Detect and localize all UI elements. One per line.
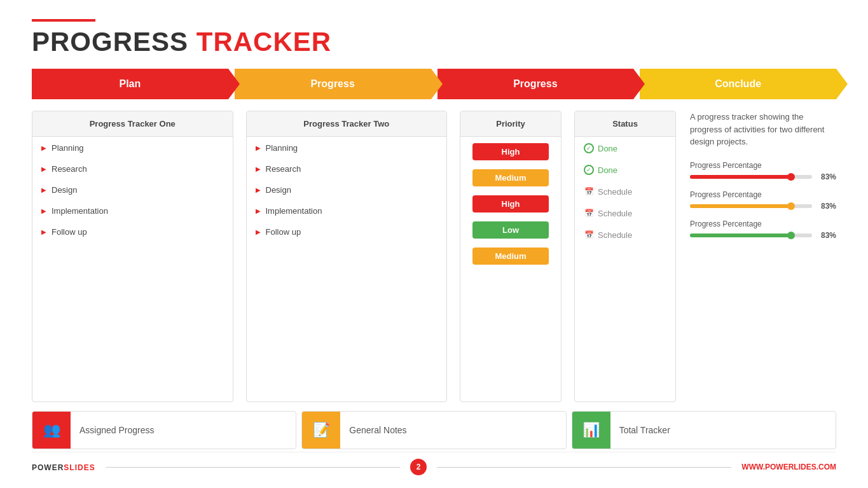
status-label-schedule1: Schedule xyxy=(598,187,632,197)
step-conclude-label: Conclude xyxy=(715,78,761,90)
status-item-schedule1: 📅 Schedule xyxy=(584,186,666,197)
status-header: Status xyxy=(575,111,675,137)
description-text: A progress tracker showing the progress … xyxy=(690,111,836,148)
bottom-row: 👥 Assigned Progress 📝 General Notes 📊 To… xyxy=(32,411,836,449)
item-label: Planning xyxy=(52,143,84,153)
total-tracker-label: Total Tracker xyxy=(619,425,670,435)
progress-pct-1: 83% xyxy=(816,172,836,181)
step-conclude[interactable]: Conclude xyxy=(640,69,836,99)
list-item: ▶ Design xyxy=(41,185,224,195)
general-notes-label: General Notes xyxy=(349,425,406,435)
step-plan-label: Plan xyxy=(119,78,141,90)
progress-row-1: 83% xyxy=(690,172,836,181)
status-label-schedule3: Schedule xyxy=(598,230,632,240)
list-item: ▶ Planning xyxy=(256,143,438,153)
priority-badge-high1: High xyxy=(472,143,549,160)
item-label: Research xyxy=(266,164,301,174)
status-item-done1: ✓ Done xyxy=(584,143,666,153)
list-item: ▶ Planning xyxy=(41,143,224,153)
item-label: Implementation xyxy=(52,206,108,216)
priority-card: Priority High Medium High Low Medium xyxy=(460,111,561,402)
item-label: Implementation xyxy=(266,206,322,216)
item-label: Follow up xyxy=(266,227,301,237)
steps-row: Plan Progress Progress Conclude xyxy=(32,69,836,99)
arrow-icon: ▶ xyxy=(256,228,261,235)
item-label: Research xyxy=(52,164,87,174)
assigned-progress-label: Assigned Progress xyxy=(79,425,155,435)
right-panel: A progress tracker showing the progress … xyxy=(684,111,836,402)
main-content: Progress Tracker One ▶ Planning ▶ Resear… xyxy=(32,111,836,402)
item-label: Design xyxy=(52,185,77,195)
general-notes-icon: 📝 xyxy=(302,411,340,449)
progress-fill-2 xyxy=(690,204,791,208)
step-progress2-label: Progress xyxy=(513,78,557,90)
arrow-icon: ▶ xyxy=(256,207,261,214)
tracker-two-header: Progress Tracker Two xyxy=(247,111,447,137)
calendar-icon3: 📅 xyxy=(584,230,594,240)
list-item: ▶ Research xyxy=(41,164,224,174)
tracker-two-body: ▶ Planning ▶ Research ▶ Design ▶ Impleme… xyxy=(247,137,447,401)
priority-badge-medium2: Medium xyxy=(472,247,549,265)
priority-body: High Medium High Low Medium xyxy=(460,137,561,401)
arrow-icon: ▶ xyxy=(256,165,261,172)
status-label-schedule2: Schedule xyxy=(598,209,632,218)
progress-bar-red: Progress Percentage 83% xyxy=(690,161,836,181)
progress-row-2: 83% xyxy=(690,202,836,211)
assigned-progress-card[interactable]: 👥 Assigned Progress xyxy=(32,411,296,449)
item-label: Planning xyxy=(266,143,298,153)
progress-pct-2: 83% xyxy=(816,202,836,211)
arrow-icon: ▶ xyxy=(41,228,46,235)
progress-row-3: 83% xyxy=(690,231,836,240)
arrow-icon: ▶ xyxy=(41,186,46,193)
status-body: ✓ Done ✓ Done 📅 Schedule 📅 Schedule 📅 xyxy=(575,137,675,401)
step-progress2[interactable]: Progress xyxy=(437,69,634,99)
step-progress1[interactable]: Progress xyxy=(235,69,431,99)
item-label: Follow up xyxy=(52,227,87,237)
progress-fill-3 xyxy=(690,234,791,237)
status-item-schedule3: 📅 Schedule xyxy=(584,230,666,240)
footer: POWERSLIDES 2 WWW.POWERLIDES.COM xyxy=(32,452,836,475)
brand-red: SLIDES xyxy=(64,463,95,472)
progress-section: Progress Percentage 83% Progress Percent… xyxy=(690,161,836,240)
footer-website: WWW.POWERLIDES.COM xyxy=(741,463,836,471)
list-item: ▶ Follow up xyxy=(256,227,438,237)
arrow-icon: ▶ xyxy=(41,165,46,172)
list-item: ▶ Implementation xyxy=(41,206,224,216)
progress-track-1 xyxy=(690,175,812,179)
tracker-one-header: Progress Tracker One xyxy=(32,111,233,137)
header-accent-line xyxy=(32,19,95,22)
arrow-icon: ▶ xyxy=(256,186,261,193)
general-notes-card[interactable]: 📝 General Notes xyxy=(301,411,566,449)
progress-bar-green: Progress Percentage 83% xyxy=(690,220,836,240)
arrow-icon: ▶ xyxy=(256,144,261,151)
title-plain: PROGRESS xyxy=(32,27,196,57)
priority-badge-low: Low xyxy=(472,221,549,239)
footer-line-right xyxy=(437,467,731,468)
tracker-two-card: Progress Tracker Two ▶ Planning ▶ Resear… xyxy=(246,111,448,402)
progress-bar-orange: Progress Percentage 83% xyxy=(690,190,836,211)
priority-badge-high2: High xyxy=(472,195,549,213)
item-label: Design xyxy=(266,185,291,195)
step-plan[interactable]: Plan xyxy=(32,69,228,99)
done-icon2: ✓ xyxy=(584,165,594,175)
done-icon1: ✓ xyxy=(584,143,594,153)
arrow-icon: ▶ xyxy=(41,144,46,151)
tracker-one-body: ▶ Planning ▶ Research ▶ Design ▶ Impleme… xyxy=(32,137,233,401)
priority-badge-medium1: Medium xyxy=(472,169,549,186)
status-item-schedule2: 📅 Schedule xyxy=(584,208,666,218)
progress-label-2: Progress Percentage xyxy=(690,190,836,199)
progress-label-3: Progress Percentage xyxy=(690,220,836,228)
progress-pct-3: 83% xyxy=(816,231,836,240)
status-item-done2: ✓ Done xyxy=(584,165,666,175)
status-card: Status ✓ Done ✓ Done 📅 Schedule 📅 Schedu… xyxy=(574,111,676,402)
list-item: ▶ Implementation xyxy=(256,206,438,216)
step-progress1-label: Progress xyxy=(310,78,354,90)
calendar-icon1: 📅 xyxy=(584,186,594,197)
brand: POWERSLIDES xyxy=(32,461,95,473)
total-tracker-card[interactable]: 📊 Total Tracker xyxy=(572,411,836,449)
status-label-done2: Done xyxy=(598,165,617,175)
tracker-one-card: Progress Tracker One ▶ Planning ▶ Resear… xyxy=(32,111,233,402)
page-number: 2 xyxy=(410,459,427,475)
list-item: ▶ Design xyxy=(256,185,438,195)
arrow-icon: ▶ xyxy=(41,207,46,214)
